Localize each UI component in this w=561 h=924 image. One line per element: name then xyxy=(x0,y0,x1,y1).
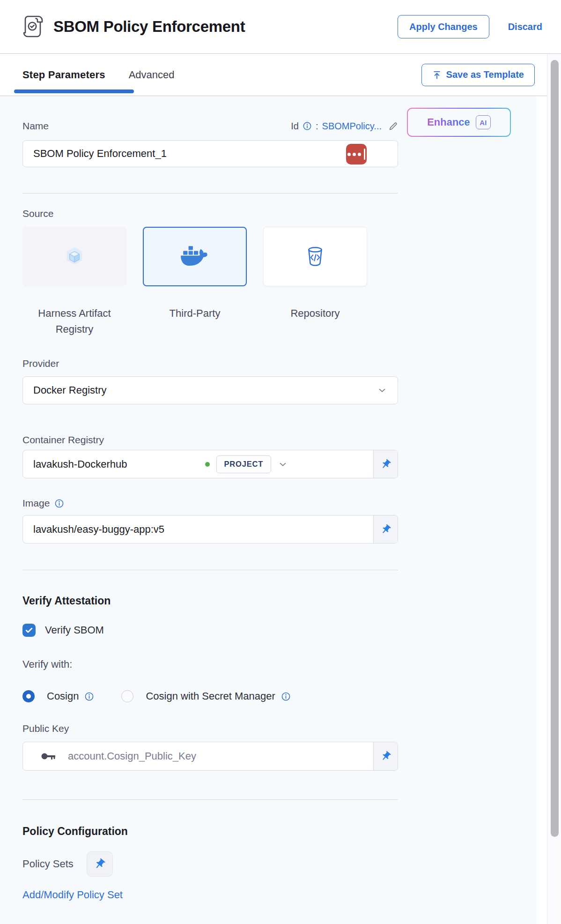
docker-whale-icon xyxy=(180,246,209,268)
radio-cosign-secret-manager-label: Cosign with Secret Manager xyxy=(146,690,275,702)
radio-cosign-label: Cosign xyxy=(47,690,79,702)
step-form: Name Id : SBOMPolicy... xyxy=(22,119,398,901)
edit-id-pencil-icon[interactable] xyxy=(388,121,398,131)
public-key-label: Public Key xyxy=(22,723,398,734)
section-divider xyxy=(22,193,398,194)
source-option-labels: Harness Artifact Registry Third-Party Re… xyxy=(22,306,398,337)
verify-sbom-label: Verify SBOM xyxy=(45,624,104,636)
runtime-input-pin-button[interactable] xyxy=(373,515,398,543)
tab-advanced[interactable]: Advanced xyxy=(129,69,175,81)
sbom-policy-scroll-icon xyxy=(22,14,45,39)
active-tab-underline xyxy=(14,89,134,93)
id-label: Id xyxy=(291,121,299,132)
source-label-repository: Repository xyxy=(263,306,367,337)
step-id-value[interactable]: SBOMPolicy... xyxy=(322,121,382,132)
key-icon xyxy=(41,751,57,761)
page-title: SBOM Policy Enforcement xyxy=(53,18,245,36)
repository-bucket-icon xyxy=(303,245,327,268)
radio-cosign-secret-manager[interactable] xyxy=(121,690,133,702)
image-label-row: Image xyxy=(22,498,398,509)
id-info-icon[interactable] xyxy=(303,121,312,131)
name-input[interactable]: SBOM Policy Enforcement_1 xyxy=(22,140,398,167)
step-config-panel: SBOM Policy Enforcement Apply Changes Di… xyxy=(0,0,561,924)
image-info-icon[interactable] xyxy=(54,499,64,508)
ai-badge-icon: AI xyxy=(476,115,491,129)
cosign-secret-manager-info-icon[interactable] xyxy=(281,692,291,701)
verify-sbom-row: Verify SBOM xyxy=(22,624,398,637)
panel-header: SBOM Policy Enforcement Apply Changes Di… xyxy=(0,0,561,54)
section-divider xyxy=(22,570,398,570)
enhance-ai-button[interactable]: Enhance AI xyxy=(407,108,511,137)
source-label-harness-artifact-registry: Harness Artifact Registry xyxy=(22,306,126,337)
policy-configuration-heading: Policy Configuration xyxy=(22,825,398,838)
policy-sets-row: Policy Sets xyxy=(22,851,398,877)
radio-cosign[interactable] xyxy=(22,690,35,702)
save-as-template-button[interactable]: Save as Template xyxy=(421,64,535,86)
name-label: Name xyxy=(22,120,49,132)
add-modify-policy-set-link[interactable]: Add/Modify Policy Set xyxy=(22,889,398,901)
upload-icon xyxy=(432,70,442,80)
chevron-down-icon[interactable] xyxy=(278,459,288,469)
policy-sets-pin-button[interactable] xyxy=(87,851,113,877)
public-key-input[interactable]: account.Cosign_Public_Key xyxy=(22,742,398,771)
cosign-info-icon[interactable] xyxy=(84,692,94,701)
verify-with-options: Cosign Cosign with Secret Manager xyxy=(22,690,398,702)
container-registry-input[interactable]: lavakush-Dockerhub PROJECT xyxy=(22,450,398,478)
tab-bar: Step Parameters Advanced Save as Templat… xyxy=(0,54,547,96)
provider-label: Provider xyxy=(22,358,398,369)
image-input[interactable]: lavakush/easy-buggy-app:v5 xyxy=(22,515,398,544)
step-id-cluster: Id : SBOMPolicy... xyxy=(291,121,398,132)
policy-sets-label: Policy Sets xyxy=(22,858,74,870)
verify-with-label: Verify with: xyxy=(22,658,398,671)
runtime-input-pin-button[interactable] xyxy=(373,742,398,770)
verify-sbom-checkbox[interactable] xyxy=(22,624,36,637)
name-label-row: Name Id : SBOMPolicy... xyxy=(22,119,398,133)
scrollbar-thumb[interactable] xyxy=(551,60,559,837)
artifact-registry-cube-icon xyxy=(62,245,87,269)
enhance-label: Enhance xyxy=(427,116,470,128)
provider-select[interactable]: Docker Registry xyxy=(22,376,398,404)
source-card-harness-artifact-registry[interactable] xyxy=(22,227,126,286)
source-card-repository[interactable] xyxy=(263,227,367,286)
apply-changes-button[interactable]: Apply Changes xyxy=(398,15,489,38)
runtime-input-pin-button[interactable] xyxy=(373,450,398,478)
password-manager-autofill-icon[interactable] xyxy=(346,144,367,164)
discard-button[interactable]: Discard xyxy=(508,22,542,32)
source-card-third-party[interactable] xyxy=(143,227,247,286)
source-label: Source xyxy=(22,208,398,219)
connector-status-dot xyxy=(205,462,210,467)
step-parameters-content: Enhance AI Name Id : SBOMPoli xyxy=(0,96,536,924)
chevron-down-icon xyxy=(377,385,387,395)
verify-attestation-heading: Verify Attestation xyxy=(22,595,398,607)
container-registry-label: Container Registry xyxy=(22,434,398,446)
scope-badge: PROJECT xyxy=(216,455,272,473)
source-options xyxy=(22,227,398,286)
image-label: Image xyxy=(22,498,50,509)
source-label-third-party: Third-Party xyxy=(143,306,247,337)
section-divider xyxy=(22,799,398,800)
tab-step-parameters[interactable]: Step Parameters xyxy=(22,69,105,81)
